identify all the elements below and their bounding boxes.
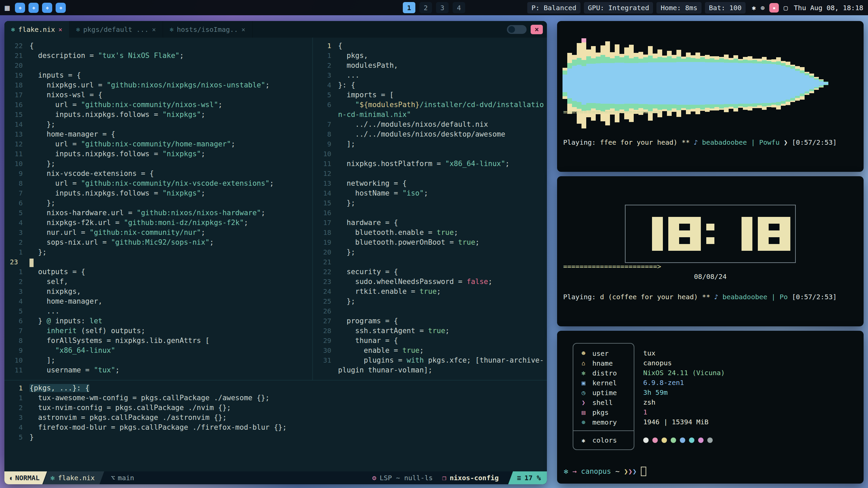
code-line: 6 } @ inputs: let: [4, 316, 312, 326]
line-number: 10: [4, 159, 29, 169]
code-line: 7 inherit (self) outputs;: [4, 326, 312, 336]
project-name[interactable]: ❐nixos-config: [442, 474, 499, 482]
tag-icon[interactable]: ❖: [28, 3, 39, 13]
code-line: 1 outputs = {: [4, 267, 312, 277]
workspace-button[interactable]: 1: [403, 2, 415, 13]
code-text: [338, 257, 547, 267]
workspace-button[interactable]: 2: [419, 2, 432, 13]
code-text: "x86_64-linux": [29, 346, 312, 355]
workspace-button[interactable]: 4: [453, 2, 465, 13]
recorder-icon[interactable]: ▪: [769, 3, 779, 13]
code-text: [338, 149, 547, 159]
code-text: };: [29, 159, 312, 169]
code-line: 5 nixos-hardware.url = "github:nixos/nix…: [4, 208, 312, 218]
fetch-value: 3h 59m: [643, 388, 725, 398]
fetch-labels: ☻user⌂hname✻distro▣kernel◷uptime❯shell▤p…: [573, 348, 634, 427]
status-chip: Home: 8ms: [656, 2, 701, 14]
code-text: plugins = with pkgs.xfce; [thunar-archiv…: [338, 355, 547, 365]
code-text: astronvim = pkgs.callPackage ./astronvim…: [29, 413, 547, 423]
code-line: 13 networking = {: [313, 179, 547, 188]
close-tab-icon[interactable]: ×: [241, 26, 245, 33]
fetch-value: 1946 | 15394 MiB: [643, 417, 725, 427]
color-dot: [698, 438, 704, 443]
tag-icon[interactable]: ❖: [42, 3, 52, 13]
line-number: 5: [4, 208, 29, 218]
tab-label: pkgs/default ...: [83, 25, 149, 34]
line-number: 17: [4, 90, 29, 100]
code-line: 11 inputs.nixpkgs.follows = "nixpkgs";: [4, 149, 312, 159]
line-number: 1: [313, 41, 338, 51]
editor-pane-pkgs-default[interactable]: 1{pkgs, ...}: {1 tux-awesome-wm-config =…: [4, 380, 547, 471]
fetch-value: 1: [643, 407, 725, 417]
line-number: 11: [4, 149, 29, 159]
statusline-right: ⚙LSP ~ null-ls ❐nixos-config ≡17 %: [372, 471, 547, 484]
code-line: 3 ...: [313, 70, 547, 80]
mode-indicator: ◖NORMAL: [4, 471, 47, 484]
tabline-row: ✻flake.nix×✻pkgs/default ...×✻hosts/isoI…: [4, 21, 547, 38]
line-number: 26: [313, 306, 338, 316]
workspace-button[interactable]: 3: [436, 2, 449, 13]
code-text: ];: [338, 139, 547, 149]
code-line: 2 sops-nix.url = "github:Mic92/sops-nix"…: [4, 238, 312, 247]
editor-tab[interactable]: ✻flake.nix×: [4, 21, 70, 38]
distro-icon: ✻: [579, 369, 588, 377]
code-text: [338, 306, 547, 316]
code-line: 8 ../../modules/nixos/desktop/awesome: [313, 129, 547, 139]
line-number: 28: [313, 326, 338, 336]
code-text: modulesPath,: [338, 61, 547, 70]
code-text: tux-nvim-config = pkgs.callPackage ./nvi…: [29, 403, 547, 413]
file-name: flake.nix: [58, 474, 95, 482]
window-close-button[interactable]: ×: [531, 25, 543, 34]
color-dot: [707, 438, 713, 443]
line-number: 2: [313, 61, 338, 70]
code-line: 24 rtkit.enable = true;: [313, 287, 547, 297]
code-text: [29, 257, 312, 267]
code-line: 6 };: [4, 198, 312, 208]
color-dot: [689, 438, 694, 443]
display-icon[interactable]: ▢: [784, 4, 788, 12]
line-number: [313, 110, 338, 120]
globe-icon[interactable]: ⊕: [761, 4, 765, 12]
editor-pane-flake[interactable]: 22{21 description = "tux's NixOS Flake";…: [4, 38, 313, 380]
line-number: 31: [313, 355, 338, 365]
theme-toggle[interactable]: [507, 25, 527, 34]
editor-pane-isoimage[interactable]: 1{1 pkgs,2 modulesPath,3 ...4}: {5 impor…: [313, 38, 547, 380]
git-branch[interactable]: ⌥main: [111, 474, 134, 482]
code-line: 14 hostName = "iso";: [313, 188, 547, 198]
code-line: 5 imports = [: [313, 90, 547, 100]
close-tab-icon[interactable]: ×: [58, 26, 62, 33]
shell-prompt[interactable]: ✻ → canopus ~ ❯❯❯: [564, 467, 646, 476]
fetch-label: user: [592, 349, 609, 358]
code-line: 10 };: [4, 159, 312, 169]
code-line: 8 url = "github:nix-community/nix-vscode…: [4, 179, 312, 188]
snowflake-icon[interactable]: ✱: [752, 4, 756, 12]
nix-icon: ✻: [51, 474, 55, 482]
bar-left: ▦ ❖❖❖❖: [5, 3, 66, 13]
mode-text: NORMAL: [15, 474, 40, 482]
bar-right: P: BalancedGPU: IntegratedHome: 8msBat: …: [527, 2, 863, 14]
editor-tab[interactable]: ✻hosts/isoImag..×: [163, 21, 253, 38]
code-text: self,: [29, 277, 312, 287]
code-text: outputs = {: [29, 267, 312, 277]
editor-tab[interactable]: ✻pkgs/default ...×: [70, 21, 163, 38]
code-text: imports = [: [338, 90, 547, 100]
line-number: 20: [313, 247, 338, 257]
line-number: 22: [313, 267, 338, 277]
tag-icon[interactable]: ❖: [15, 3, 25, 13]
code-line: 20 };: [313, 247, 547, 257]
code-text: {: [338, 41, 547, 51]
statusline-file[interactable]: ✻flake.nix: [43, 471, 104, 484]
progress-text: 17 %: [525, 474, 541, 482]
terminal-cursor: [641, 467, 646, 476]
code-text: };: [29, 247, 312, 257]
app-launcher-icon[interactable]: ▦: [5, 3, 9, 13]
line-number: 8: [4, 336, 29, 346]
line-number: 5: [4, 306, 29, 316]
memory-icon: ⊕: [579, 419, 588, 426]
code-line: 9 "x86_64-linux": [4, 346, 312, 355]
code-line: 7 inputs.nixpkgs.follows = "nixpkgs";: [4, 188, 312, 198]
code-text: inherit (self) outputs;: [29, 326, 312, 336]
close-tab-icon[interactable]: ×: [152, 26, 156, 33]
tag-icon[interactable]: ❖: [56, 3, 66, 13]
line-number: 3: [4, 413, 29, 423]
